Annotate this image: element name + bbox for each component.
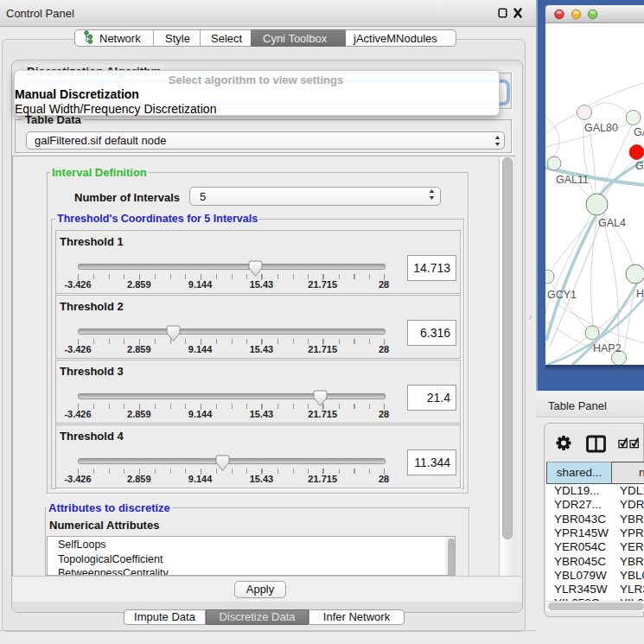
svg-text:HIS4: HIS4 <box>636 288 644 300</box>
svg-text:GAL80: GAL80 <box>584 122 618 134</box>
svg-text:GCY1: GCY1 <box>547 289 577 301</box>
svg-text:HAP2: HAP2 <box>593 342 622 354</box>
svg-text:GA: GA <box>635 160 644 172</box>
svg-text:GAL4: GAL4 <box>598 217 626 229</box>
svg-text:GA: GA <box>634 126 644 138</box>
svg-text:GAL11: GAL11 <box>556 174 589 186</box>
